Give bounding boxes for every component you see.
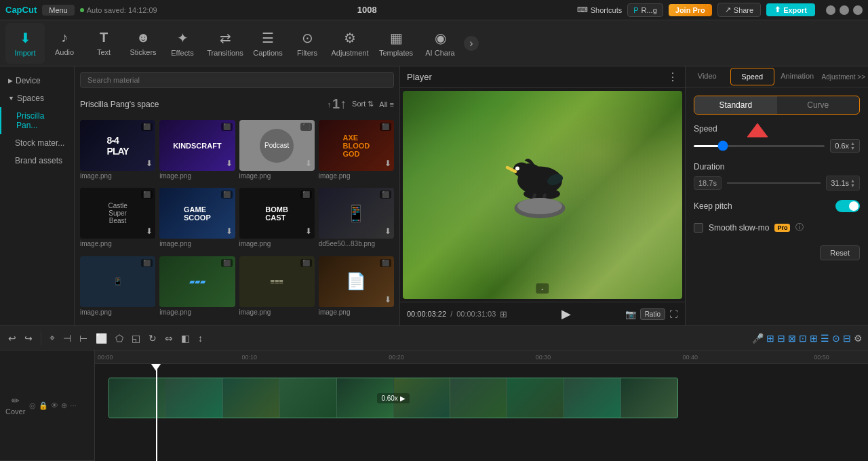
media-item[interactable]: GAMESCOOP ⬛ ⬇ image.png [159, 188, 235, 252]
media-thumbnail: AXEBLOODGOD ⬛ ⬇ [319, 120, 394, 171]
shortcuts-button[interactable]: ⌨ Shortcuts [577, 5, 622, 14]
media-item[interactable]: 📱 ⬛ image.png [80, 256, 155, 320]
tl-action-6[interactable]: ☰ [821, 333, 829, 344]
tl-settings-button[interactable]: ⚙ [854, 333, 863, 344]
upload-button[interactable]: ↑⬆ 1↑ [327, 96, 347, 112]
undo-button[interactable]: ↩ [5, 330, 19, 346]
keep-pitch-toggle[interactable] [835, 200, 860, 212]
speed-slider[interactable] [694, 145, 825, 147]
media-item[interactable]: Podcast ⬛ ⬇ image.png [239, 120, 315, 184]
flip-button[interactable]: ⇔ [162, 330, 176, 346]
fullscreen-button[interactable]: ⛶ [669, 309, 678, 319]
maximize-button[interactable] [840, 5, 849, 15]
ruler-mark-50: 00:50 [814, 354, 829, 361]
media-item[interactable]: 📄 ⬛ ⬇ image.png [319, 256, 394, 320]
sidebar-item-device[interactable]: ▶ Device [0, 72, 74, 89]
minimize-button[interactable] [826, 5, 835, 15]
mask-button[interactable]: ◱ [129, 330, 143, 346]
tool-effects[interactable]: ✦ Effects [163, 23, 202, 64]
smooth-checkbox[interactable] [694, 223, 703, 233]
tool-transitions[interactable]: ⇄ Transitions [202, 23, 248, 64]
tl-action-2[interactable]: ⊟ [777, 333, 785, 344]
media-item[interactable]: ▰▰▰ ⬛ image.png [159, 256, 235, 320]
media-search-row [75, 66, 399, 94]
media-item[interactable]: AXEBLOODGOD ⬛ ⬇ image.png [319, 120, 394, 184]
export-button[interactable]: ⬆ Export [766, 3, 815, 16]
duration-arrows[interactable]: ▲▼ [850, 178, 855, 188]
rang-button[interactable]: P R...g [627, 3, 663, 17]
screenshot-button[interactable]: 📷 [625, 309, 636, 319]
reset-button[interactable]: Reset [820, 245, 860, 260]
media-item[interactable]: KINDSCRAFT ⬛ ⬇ image.png [159, 120, 235, 184]
video-clip[interactable]: 0.60x ▶ [108, 378, 678, 418]
tool-text[interactable]: T Text [84, 23, 123, 64]
tool-templates[interactable]: ▦ Templates [373, 23, 419, 64]
shape-button[interactable]: ⬠ [113, 330, 126, 346]
media-thumbnail: 📱 ⬛ [80, 256, 155, 307]
tl-action-4[interactable]: ⊡ [799, 333, 807, 344]
media-item[interactable]: CastleSuperBeast ⬛ ⬇ image.png [80, 188, 155, 252]
toolbar-more-button[interactable]: › [464, 36, 479, 51]
share-button[interactable]: ↗ Share [717, 3, 761, 17]
speed-value-arrows[interactable]: ▲▼ [850, 141, 855, 151]
tl-action-1[interactable]: ⊞ [766, 333, 774, 344]
ratio-button[interactable]: Ratio [640, 308, 665, 320]
menu-button[interactable]: Menu [42, 5, 75, 16]
all-filter-button[interactable]: All ≡ [379, 100, 394, 108]
grid-view-icon[interactable]: ⊞ [500, 309, 507, 319]
tab-video[interactable]: Video [686, 66, 729, 87]
tool-stickers[interactable]: ☻ Stickers [123, 23, 163, 64]
tool-filters[interactable]: ⊙ Filters [288, 23, 327, 64]
trim-left-button[interactable]: ⊣ [60, 330, 74, 346]
tab-animation[interactable]: Animation [776, 66, 819, 87]
track-more-icon[interactable]: ··· [70, 401, 76, 409]
speed-mode-standard[interactable]: Standard [694, 96, 777, 114]
track-add-icon[interactable]: ⊕ [61, 401, 67, 410]
sidebar-item-stock[interactable]: Stock mater... [0, 134, 74, 152]
info-icon[interactable]: ⓘ [795, 222, 804, 233]
crop-button[interactable]: ⬜ [93, 330, 110, 346]
microphone-button[interactable]: 🎤 [752, 333, 764, 344]
rotate-button[interactable]: ↻ [146, 330, 159, 346]
sidebar-item-spaces[interactable]: ▼ Spaces [0, 89, 74, 107]
toggle-thumb [849, 201, 859, 211]
transform-button[interactable]: ↕ [195, 330, 205, 346]
close-button[interactable] [853, 5, 863, 15]
duration-to-box: 31.1s ▲▼ [826, 176, 860, 191]
tl-action-8[interactable]: ⊟ [843, 333, 851, 344]
trim-right-button[interactable]: ⊢ [77, 330, 90, 346]
media-item[interactable]: 📱 ⬛ ⬇ dd5ee50...83b.png [319, 188, 394, 252]
media-item[interactable]: BOMBCAST ⬛ ⬇ image.png [239, 188, 315, 252]
media-overlay-icon: ⬛ [380, 191, 391, 199]
track-visibility-icon[interactable]: 🔒 [39, 401, 48, 410]
search-input[interactable] [80, 72, 394, 88]
track-lock-icon[interactable]: ◎ [29, 401, 36, 410]
sidebar-item-brand-assets[interactable]: Brand assets [0, 152, 74, 169]
color-button[interactable]: ◧ [178, 330, 193, 346]
media-item[interactable]: ≡≡≡ ⬛ image.png [239, 256, 315, 320]
player-menu-icon[interactable]: ⋮ [667, 71, 678, 83]
tool-adjustment[interactable]: ⚙ Adjustment [327, 23, 373, 64]
play-button[interactable]: ▶ [561, 306, 571, 321]
tab-speed[interactable]: Speed [730, 68, 775, 85]
tool-import[interactable]: ⬇ Import [5, 23, 45, 64]
tool-captions[interactable]: ☰ Captions [248, 23, 288, 64]
speed-mode-curve[interactable]: Curve [777, 96, 860, 114]
tool-audio[interactable]: ♪ Audio [45, 23, 84, 64]
split-button[interactable]: ⌖ [47, 329, 58, 346]
media-item[interactable]: 8-4PLAY ⬛ ⬇ image.png [80, 120, 155, 184]
track-eye-icon[interactable]: 👁 [51, 401, 58, 409]
reset-row: Reset [694, 245, 860, 260]
redo-button[interactable]: ↪ [22, 330, 35, 346]
sort-button[interactable]: Sort ⇅ [352, 100, 374, 108]
sidebar-item-priscilla[interactable]: Priscilla Pan... [0, 107, 74, 134]
tab-adjustment[interactable]: Adjustment >> [819, 68, 868, 86]
tl-action-3[interactable]: ⊠ [788, 333, 796, 344]
join-pro-button[interactable]: Join Pro [669, 4, 712, 16]
tl-action-5[interactable]: ⊞ [810, 333, 818, 344]
tool-ai-chara[interactable]: ◉ AI Chara [419, 23, 461, 64]
tl-action-7[interactable]: ⊙ [832, 333, 840, 344]
duration-to-value: 31.1s [831, 179, 849, 187]
ruler-mark-0: 00:00 [98, 354, 113, 361]
media-thumbnail: 8-4PLAY ⬛ ⬇ [80, 120, 155, 171]
